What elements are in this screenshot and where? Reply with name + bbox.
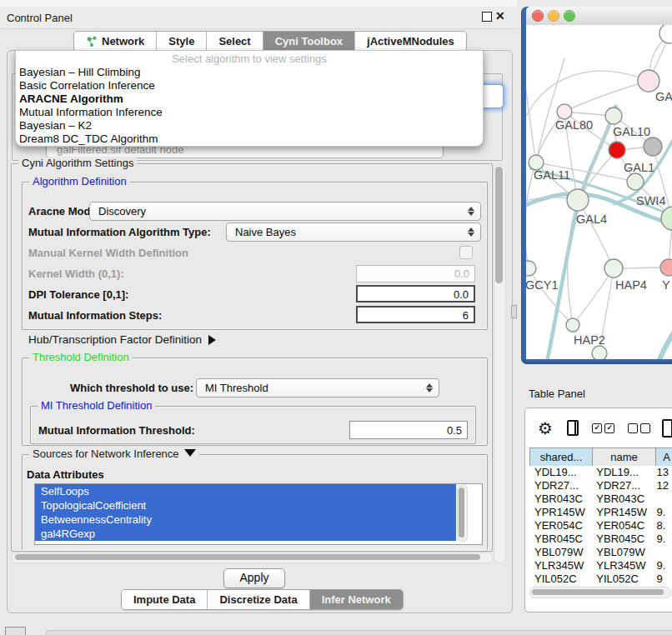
network-node[interactable] (659, 25, 672, 43)
file-icon[interactable] (662, 419, 672, 438)
network-node-label: Y (662, 278, 670, 292)
table-row[interactable]: YIL052CYIL052C9 (529, 572, 672, 586)
column-header-name[interactable]: name (593, 448, 656, 467)
table-cell: YLR345W (529, 559, 591, 572)
attribute-list-scrollbar[interactable] (457, 485, 468, 542)
close-traffic-light[interactable] (532, 10, 544, 22)
network-view-window[interactable]: GALGAL80GAL10GAL11GAL1GAL4SWI4GCY1HAP4YH… (521, 7, 672, 364)
network-node[interactable] (557, 104, 572, 119)
column-header-shared-name[interactable]: shared... (529, 448, 593, 467)
network-node[interactable] (526, 261, 536, 276)
hub-factor-section[interactable]: Hub/Transcription Factor Definition (28, 333, 216, 346)
columns-icon[interactable] (567, 420, 579, 436)
mi-algorithm-type-combo[interactable]: Naive Bayes (226, 222, 481, 242)
control-panel-title: Control Panel (7, 12, 73, 24)
table-row[interactable]: YDR27...YDR27...12 (529, 479, 672, 492)
mi-steps-label: Mutual Information Steps: (28, 309, 162, 322)
attribute-list-scrollbar-thumb[interactable] (459, 488, 464, 538)
algorithm-option[interactable]: Basic Correlation Inference (16, 79, 483, 92)
zoom-traffic-light[interactable] (564, 10, 575, 22)
kernel-width-field: 0.0 (356, 265, 475, 282)
table-cell: YER054C (591, 519, 653, 532)
mi-threshold-field[interactable]: 0.5 (349, 421, 468, 439)
table-cell: 9. (654, 506, 672, 519)
attribute-list-item[interactable]: SelfLoops (35, 484, 456, 498)
sources-group-title[interactable]: Sources for Network Inference (29, 448, 199, 460)
algorithm-option[interactable]: Bayesian – K2 (16, 119, 483, 132)
aracne-mode-combo[interactable]: Discovery (89, 202, 481, 221)
tab-style[interactable]: Style (157, 32, 207, 51)
settings-horizontal-scrollbar[interactable] (11, 552, 494, 563)
tab-infer-network[interactable]: Infer Network (310, 590, 403, 609)
app-root: Control Panel ✕ Network Style Select Cyn… (0, 0, 672, 635)
network-node[interactable] (566, 318, 579, 332)
tab-jactivemnodules[interactable]: jActiveMNodules (355, 32, 466, 51)
table-row[interactable]: YLR345WYLR345W9. (529, 559, 672, 572)
mi-steps-field[interactable]: 6 (356, 306, 475, 323)
network-node[interactable] (644, 138, 662, 156)
network-node[interactable] (609, 142, 625, 158)
expanded-arrow-icon (184, 449, 196, 457)
tab-discretize-data[interactable]: Discretize Data (208, 590, 309, 609)
table-row[interactable]: YER054CYER054C8. (529, 519, 672, 532)
deselect-all-icon[interactable] (628, 423, 650, 433)
network-node[interactable] (660, 259, 672, 276)
tab-select[interactable]: Select (207, 32, 263, 51)
network-node[interactable] (638, 70, 659, 92)
network-node[interactable] (605, 108, 622, 124)
settings-vertical-scrollbar[interactable] (494, 164, 506, 563)
table-horizontal-scrollbar[interactable] (529, 587, 671, 598)
close-icon[interactable]: ✕ (495, 9, 505, 22)
algorithm-option[interactable]: Dream8 DC_TDC Algorithm (16, 132, 483, 146)
mi-algorithm-type-label: Mutual Information Algorithm Type: (28, 226, 211, 238)
network-canvas[interactable]: GALGAL80GAL10GAL11GAL1GAL4SWI4GCY1HAP4YH… (526, 25, 672, 359)
gear-icon[interactable]: ⚙ (538, 420, 553, 437)
table-row[interactable]: YPR145WYPR145W9. (529, 506, 672, 519)
kernel-width-label: Kernel Width (0,1): (28, 268, 124, 280)
attribute-list-item[interactable]: TopologicalCoefficient (35, 498, 456, 512)
algorithm-option[interactable]: ARACNE Algorithm (16, 92, 483, 106)
table-cell (654, 546, 672, 559)
minimize-traffic-light[interactable] (548, 10, 559, 22)
table-row[interactable]: YDL19...YDL19...13 (529, 466, 672, 479)
attribute-list-item[interactable]: gal4RGexp (35, 527, 456, 541)
network-node[interactable] (592, 346, 607, 359)
network-node[interactable] (604, 259, 623, 278)
algorithm-option[interactable]: Bayesian – Hill Climbing (16, 66, 483, 79)
float-window-icon[interactable] (482, 12, 492, 22)
tab-impute-data-label: Impute Data (133, 593, 195, 606)
manual-kernel-width-label: Manual Kernel Width Definition (28, 247, 188, 259)
table-cell: YBR045C (591, 532, 653, 546)
table-row[interactable]: YBL079WYBL079W (529, 546, 672, 559)
table-cell: YIL052C (529, 572, 591, 586)
apply-button[interactable]: Apply (223, 568, 285, 588)
settings-vertical-scrollbar-thumb[interactable] (495, 167, 503, 283)
manual-kernel-width-checkbox[interactable] (459, 246, 473, 259)
data-attributes-list[interactable]: SelfLoopsTopologicalCoefficientBetweenne… (34, 483, 483, 545)
bottom-panel-edge (46, 630, 672, 635)
network-tab-icon (86, 36, 98, 48)
network-node-label: GAL (655, 90, 672, 103)
network-view-titlebar[interactable] (526, 7, 672, 26)
network-node[interactable] (661, 207, 672, 230)
column-header-partial[interactable]: A (656, 448, 672, 467)
which-threshold-combo[interactable]: MI Threshold (196, 378, 439, 398)
tab-impute-data[interactable]: Impute Data (122, 590, 208, 609)
tab-cyni-toolbox[interactable]: Cyni Toolbox (263, 32, 355, 51)
panel-splitter-handle[interactable] (511, 305, 517, 318)
select-all-icon[interactable]: ✓✓ (592, 423, 614, 433)
tab-discretize-data-label: Discretize Data (219, 593, 297, 606)
tab-network[interactable]: Network (74, 32, 157, 51)
dpi-tolerance-field[interactable]: 0.0 (356, 285, 475, 302)
network-node[interactable] (567, 189, 589, 211)
algorithm-option[interactable]: Mutual Information Inference (16, 106, 483, 119)
table-row[interactable]: YBR043CYBR043C (529, 492, 672, 506)
sources-title-label: Sources for Network Inference (33, 448, 179, 460)
settings-horizontal-scrollbar-thumb[interactable] (15, 554, 480, 560)
table-horizontal-scrollbar-thumb[interactable] (532, 589, 664, 595)
table-row[interactable]: YBR045CYBR045C9. (529, 532, 672, 546)
attribute-list-item[interactable]: BetweennessCentrality (35, 512, 456, 527)
network-node-label: HAP4 (615, 278, 647, 292)
network-node[interactable] (627, 173, 644, 190)
control-panel-tabbar: Network Style Select Cyni Toolbox jActiv… (73, 31, 467, 52)
